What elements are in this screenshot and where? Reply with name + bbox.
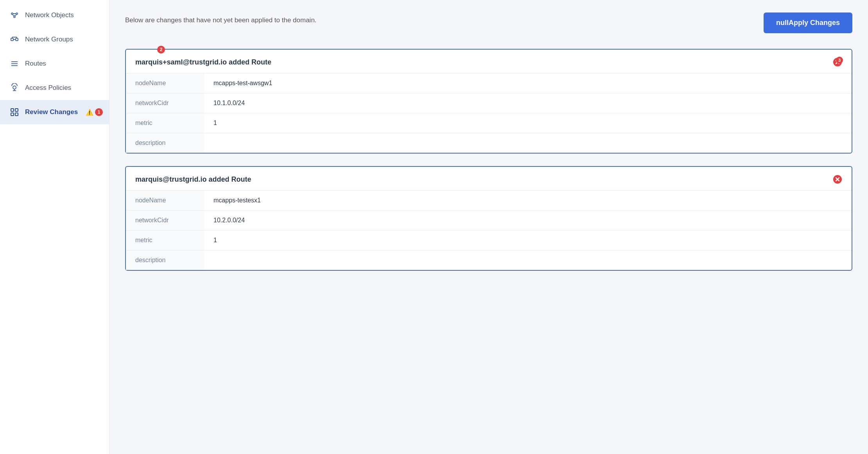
close-wrapper-1: 3	[833, 57, 842, 67]
sidebar-item-routes-label: Routes	[25, 60, 46, 68]
svg-point-2	[14, 16, 15, 18]
close-wrapper-2	[833, 175, 842, 184]
sidebar-item-review-changes-label: Review Changes	[25, 108, 78, 116]
field-key: description	[126, 133, 204, 153]
review-changes-icon	[9, 107, 20, 117]
close-icon-2[interactable]	[833, 175, 842, 184]
sidebar-item-network-groups-label: Network Groups	[25, 36, 73, 43]
table-row: nodeName mcapps-test-awsgw1	[126, 73, 852, 93]
change-card-2-header: marquis@trustgrid.io added Route	[126, 167, 852, 190]
svg-rect-6	[11, 38, 13, 41]
table-row: nodeName mcapps-testesx1	[126, 191, 852, 211]
field-key: description	[126, 250, 204, 270]
table-row: description	[126, 133, 852, 153]
field-key: nodeName	[126, 191, 204, 211]
svg-line-5	[14, 14, 17, 16]
step-badge-2: 2	[157, 46, 165, 54]
field-key: metric	[126, 113, 204, 133]
change-card-1: marquis+saml@trustgrid.io added Route 2 …	[125, 49, 852, 154]
svg-rect-7	[16, 38, 18, 41]
warning-icon: ⚠️	[86, 109, 93, 116]
field-value: 10.1.0.0/24	[204, 93, 852, 113]
table-row: networkCidr 10.2.0.0/24	[126, 211, 852, 231]
sidebar: Network Objects Network Groups Routes	[0, 0, 109, 454]
table-row: description	[126, 250, 852, 270]
field-value: mcapps-testesx1	[204, 191, 852, 211]
network-groups-icon	[9, 34, 20, 45]
network-objects-icon	[9, 10, 20, 20]
field-value: 1	[204, 231, 852, 250]
change-card-2-title: marquis@trustgrid.io added Route	[135, 175, 251, 184]
field-key: networkCidr	[126, 211, 204, 231]
sidebar-item-network-objects[interactable]: Network Objects	[0, 3, 109, 27]
sidebar-item-network-groups[interactable]: Network Groups	[0, 27, 109, 52]
svg-rect-17	[15, 109, 18, 111]
step-badge-1: 1	[95, 108, 103, 116]
change-card-1-table: nodeName mcapps-test-awsgw1 networkCidr …	[126, 73, 852, 153]
header-row: Below are changes that have not yet been…	[125, 13, 852, 33]
routes-icon	[9, 59, 20, 69]
access-policies-icon	[9, 83, 20, 93]
main-content: Below are changes that have not yet been…	[109, 0, 868, 454]
change-card-1-title: marquis+saml@trustgrid.io added Route	[135, 58, 271, 66]
sidebar-item-network-objects-label: Network Objects	[25, 11, 74, 19]
field-key: nodeName	[126, 73, 204, 93]
field-value	[204, 133, 852, 153]
sidebar-item-routes[interactable]: Routes	[0, 52, 109, 76]
table-row: metric 1	[126, 113, 852, 133]
svg-rect-19	[15, 113, 18, 116]
change-card-1-header: marquis+saml@trustgrid.io added Route 2 …	[126, 50, 852, 73]
svg-point-0	[11, 13, 13, 14]
field-value: 10.2.0.0/24	[204, 211, 852, 231]
sidebar-item-review-changes[interactable]: Review Changes ⚠️ 1	[0, 100, 109, 124]
sidebar-item-access-policies-label: Access Policies	[25, 84, 71, 92]
step-badge-3: 3	[836, 57, 843, 64]
apply-changes-button[interactable]: nullApply Changes	[764, 13, 852, 33]
table-row: metric 1	[126, 231, 852, 250]
field-value: mcapps-test-awsgw1	[204, 73, 852, 93]
svg-rect-18	[11, 113, 14, 116]
field-value	[204, 250, 852, 270]
sidebar-item-access-policies[interactable]: Access Policies	[0, 76, 109, 100]
svg-point-1	[16, 13, 18, 14]
header-description: Below are changes that have not yet been…	[125, 13, 317, 24]
field-key: networkCidr	[126, 93, 204, 113]
svg-line-4	[12, 14, 14, 16]
table-row: networkCidr 10.1.0.0/24	[126, 93, 852, 113]
change-card-2-table: nodeName mcapps-testesx1 networkCidr 10.…	[126, 190, 852, 270]
field-key: metric	[126, 231, 204, 250]
svg-rect-16	[11, 109, 14, 111]
svg-point-15	[13, 86, 16, 89]
change-card-2: marquis@trustgrid.io added Route nodeNam…	[125, 166, 852, 271]
field-value: 1	[204, 113, 852, 133]
